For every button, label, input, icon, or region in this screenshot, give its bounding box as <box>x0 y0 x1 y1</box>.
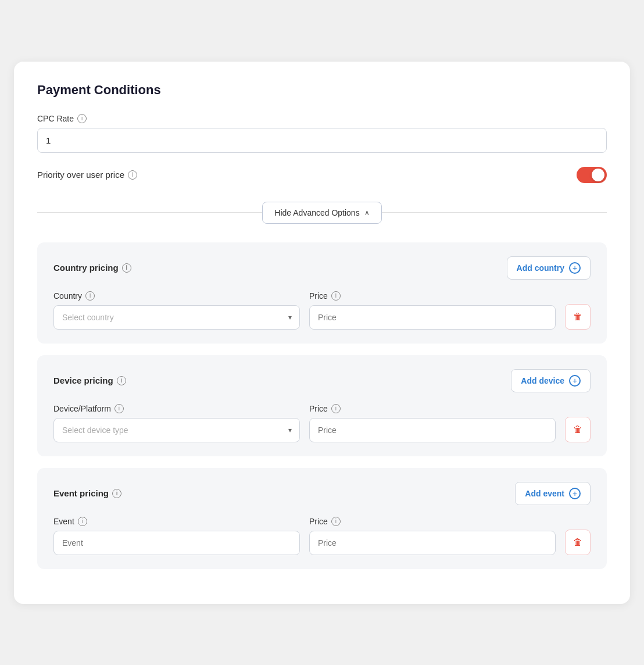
country-select-wrap: Select country ▾ <box>53 305 300 330</box>
country-price-info-icon: i <box>331 291 341 301</box>
add-event-icon: + <box>569 488 581 499</box>
country-pricing-title: Country pricing i <box>53 263 131 273</box>
cpc-rate-section: CPC Rate i <box>37 114 607 153</box>
add-device-button[interactable]: Add device + <box>511 369 591 392</box>
device-field-info-icon: i <box>115 404 124 413</box>
device-select[interactable]: Select device type <box>53 418 300 442</box>
event-pricing-info-icon: i <box>112 489 121 498</box>
device-pricing-header: Device pricing i Add device + <box>53 369 591 392</box>
add-country-icon: + <box>569 262 581 274</box>
delete-event-button[interactable]: 🗑 <box>565 530 591 555</box>
country-field-info-icon: i <box>85 291 95 301</box>
cpc-rate-info-icon: i <box>77 114 87 123</box>
divider-right <box>382 212 607 213</box>
country-select[interactable]: Select country <box>53 305 300 330</box>
trash-icon: 🗑 <box>573 312 582 322</box>
event-pricing-row: Event i Price i 🗑 <box>53 517 591 555</box>
chevron-up-icon: ∧ <box>364 209 370 217</box>
delete-device-button[interactable]: 🗑 <box>565 417 591 442</box>
trash-icon-event: 🗑 <box>573 537 582 548</box>
event-pricing-section: Event pricing i Add event + Event i Pric… <box>37 468 607 569</box>
country-price-col: Price i <box>309 291 556 330</box>
advanced-options-row: Hide Advanced Options ∧ <box>37 202 607 224</box>
device-pricing-info-icon: i <box>117 376 126 385</box>
hide-advanced-button[interactable]: Hide Advanced Options ∧ <box>262 202 381 224</box>
priority-toggle[interactable] <box>577 167 607 183</box>
device-pricing-section: Device pricing i Add device + Device/Pla… <box>37 355 607 456</box>
country-pricing-section: Country pricing i Add country + Country … <box>37 242 607 344</box>
event-col: Event i <box>53 517 300 555</box>
country-pricing-row: Country i Select country ▾ Price i <box>53 291 591 330</box>
event-field-label: Event i <box>53 517 300 526</box>
toggle-slider <box>577 167 607 183</box>
event-pricing-header: Event pricing i Add event + <box>53 482 591 505</box>
priority-info-icon: i <box>128 170 137 180</box>
add-event-button[interactable]: Add event + <box>515 482 591 505</box>
country-col: Country i Select country ▾ <box>53 291 300 330</box>
device-price-col: Price i <box>309 404 556 442</box>
add-country-button[interactable]: Add country + <box>507 256 591 280</box>
country-pricing-header: Country pricing i Add country + <box>53 256 591 280</box>
cpc-rate-label: CPC Rate i <box>37 114 607 123</box>
divider-left <box>37 212 262 213</box>
country-field-label: Country i <box>53 291 300 301</box>
priority-row: Priority over user price i <box>37 167 607 183</box>
delete-country-button[interactable]: 🗑 <box>565 304 591 330</box>
event-pricing-title: Event pricing i <box>53 488 121 498</box>
device-price-input[interactable] <box>309 418 556 442</box>
add-device-icon: + <box>569 375 581 387</box>
trash-icon-device: 🗑 <box>573 424 582 435</box>
payment-conditions-card: Payment Conditions CPC Rate i Priority o… <box>14 62 630 604</box>
page-title: Payment Conditions <box>37 83 607 98</box>
event-price-input[interactable] <box>309 531 556 555</box>
event-input[interactable] <box>53 531 300 555</box>
priority-label: Priority over user price i <box>37 170 137 180</box>
event-price-info-icon: i <box>331 517 341 526</box>
device-pricing-title: Device pricing i <box>53 376 126 385</box>
device-price-label: Price i <box>309 404 556 413</box>
country-pricing-info-icon: i <box>122 263 131 273</box>
device-col: Device/Platform i Select device type ▾ <box>53 404 300 442</box>
device-price-info-icon: i <box>331 404 341 413</box>
cpc-rate-input[interactable] <box>37 128 607 153</box>
event-field-info-icon: i <box>78 517 87 526</box>
device-field-label: Device/Platform i <box>53 404 300 413</box>
country-price-label: Price i <box>309 291 556 301</box>
event-price-col: Price i <box>309 517 556 555</box>
country-price-input[interactable] <box>309 305 556 330</box>
device-pricing-row: Device/Platform i Select device type ▾ P… <box>53 404 591 442</box>
event-price-label: Price i <box>309 517 556 526</box>
device-select-wrap: Select device type ▾ <box>53 418 300 442</box>
